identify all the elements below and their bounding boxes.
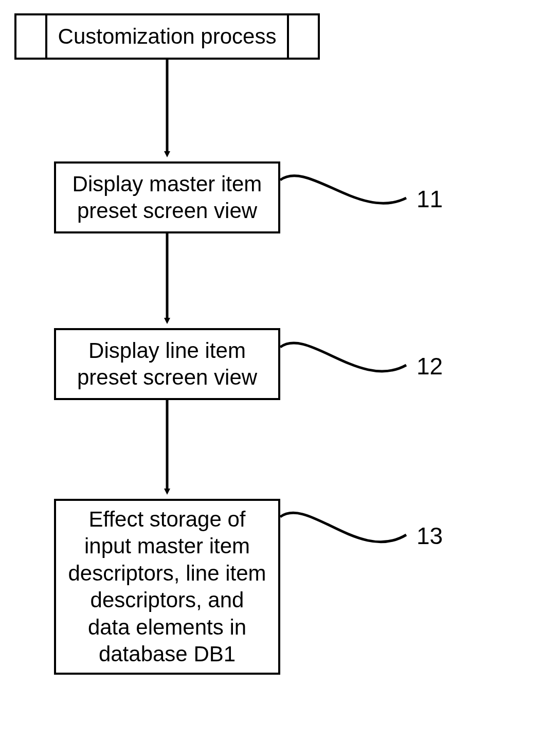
step-text-2: Display line item preset screen view — [66, 337, 268, 391]
flowchart-stage: Customization process Display master ite… — [0, 0, 560, 740]
leader-line-12 — [280, 343, 406, 371]
leader-line-11 — [280, 176, 406, 204]
step-text-3: Effect storage of input master item desc… — [66, 506, 268, 668]
step-box-2: Display line item preset screen view — [54, 328, 280, 400]
ref-label-2: 12 — [417, 352, 443, 380]
ref-label-1: 11 — [417, 185, 443, 213]
step-box-3: Effect storage of input master item desc… — [54, 499, 280, 675]
title-inner-line-right — [287, 15, 289, 58]
title-box: Customization process — [14, 13, 320, 60]
step-text-1: Display master item preset screen view — [66, 171, 268, 225]
ref-label-3: 13 — [417, 522, 443, 550]
title-inner-line-left — [45, 15, 47, 58]
title-text: Customization process — [58, 23, 277, 50]
step-box-1: Display master item preset screen view — [54, 161, 280, 233]
leader-line-13 — [280, 513, 406, 542]
